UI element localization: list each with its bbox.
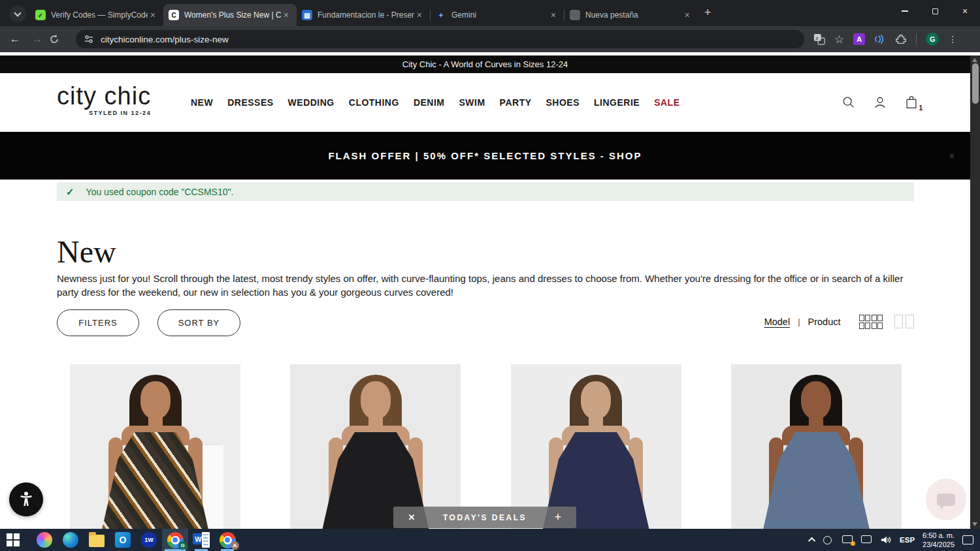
reload-button[interactable]: [48, 33, 71, 45]
nav-shoes[interactable]: SHOES: [546, 97, 580, 108]
audio-extension-icon[interactable]: [874, 34, 886, 44]
sort-by-button[interactable]: SORT BY: [157, 309, 240, 336]
deals-close-icon[interactable]: ✕: [393, 512, 430, 522]
logo-tagline: STYLED IN 12-24: [57, 110, 151, 116]
nav-party[interactable]: PARTY: [500, 97, 532, 108]
product-image-chambray-strap-dress[interactable]: [731, 364, 902, 529]
header-icons: 1: [841, 73, 919, 132]
bookmark-star-icon[interactable]: ☆: [834, 33, 844, 46]
forward-button[interactable]: →: [26, 33, 48, 46]
taskbar-chrome-profile-g[interactable]: G: [162, 529, 188, 551]
minimize-button[interactable]: [890, 0, 920, 22]
scrollbar-down-arrow-icon[interactable]: [972, 522, 977, 526]
site-header: city chic STYLED IN 12-24 NEW DRESSES WE…: [0, 73, 970, 132]
close-button[interactable]: ×: [950, 0, 980, 22]
nav-sale[interactable]: SALE: [654, 97, 679, 108]
nav-denim[interactable]: DENIM: [414, 97, 445, 108]
nav-clothing[interactable]: CLOTHING: [349, 97, 399, 108]
taskbar-copilot[interactable]: [31, 529, 57, 551]
nav-new[interactable]: NEW: [191, 97, 213, 108]
view-model-link[interactable]: Model: [764, 317, 791, 327]
flash-offer-banner[interactable]: FLASH OFFER | 50% OFF* SELECTED STYLES -…: [0, 132, 970, 180]
tab-presentation[interactable]: ▤ Fundamentacion le - Presentati ×: [297, 4, 430, 26]
product-image-one-shoulder-print-dress[interactable]: [70, 364, 240, 529]
tab-gemini[interactable]: ✦ Gemini ×: [431, 4, 564, 26]
network-icon[interactable]: [861, 535, 872, 544]
taskbar-outlook[interactable]: O: [110, 529, 136, 551]
url-text: citychiconline.com/plus-size-new: [101, 35, 229, 44]
cart-button[interactable]: 1: [904, 95, 919, 110]
deals-expand-icon[interactable]: +: [540, 511, 576, 524]
tab-citychic-active[interactable]: C Women's Plus Size New | City C ×: [163, 4, 297, 26]
page-description: Newness just for you! Scroll through the…: [57, 272, 914, 300]
back-button[interactable]: ←: [4, 33, 26, 46]
tab-title: Verify Codes — SimplyCodes: [51, 10, 148, 20]
page-scrollbar[interactable]: [970, 55, 980, 529]
view-product-link[interactable]: Product: [808, 317, 841, 327]
tray-app-icon[interactable]: [823, 535, 834, 544]
deals-label[interactable]: TODAY'S DEALS: [430, 513, 540, 522]
chat-widget-button[interactable]: [926, 479, 966, 520]
tray-expand-chevron-icon[interactable]: [808, 537, 815, 544]
filters-button[interactable]: FILTERS: [57, 309, 139, 336]
search-button[interactable]: [841, 95, 856, 110]
taskbar-word[interactable]: W: [188, 529, 214, 551]
tab-close-icon[interactable]: ×: [281, 10, 291, 20]
flash-offer-text: FLASH OFFER | 50% OFF* SELECTED STYLES -…: [328, 150, 642, 161]
date: 23/4/2025: [923, 540, 955, 549]
nav-lingerie[interactable]: LINGERIE: [594, 97, 640, 108]
nav-dresses[interactable]: DRESSES: [227, 97, 273, 108]
maximize-icon: [932, 8, 938, 14]
toolbar-icons: a ☆ A G ⋮: [813, 33, 957, 46]
scrollbar-thumb[interactable]: [972, 63, 979, 104]
newtab-favicon-icon: [570, 10, 580, 20]
tray-screenshare-icon[interactable]: [842, 535, 853, 544]
taskbar-1w-app[interactable]: 1W: [136, 529, 162, 551]
tab-new-tab-page[interactable]: Nueva pestaña ×: [564, 4, 698, 26]
account-button[interactable]: [873, 95, 887, 110]
scrollbar-up-arrow-icon[interactable]: [972, 58, 977, 62]
word-icon: W: [193, 532, 210, 548]
taskbar-chrome-profile-a[interactable]: A: [214, 529, 240, 551]
chevron-down-icon: [14, 9, 21, 16]
tab-title: Nueva pestaña: [585, 10, 682, 20]
tab-close-icon[interactable]: ×: [682, 10, 693, 20]
taskbar-file-explorer[interactable]: [84, 529, 110, 551]
address-bar[interactable]: citychiconline.com/plus-size-new: [76, 30, 804, 48]
large-view-icon[interactable]: [894, 315, 914, 328]
taskbar-edge[interactable]: [57, 529, 84, 551]
windows-logo-icon: [7, 533, 20, 546]
accessibility-widget-button[interactable]: [9, 482, 43, 516]
notification-center-icon[interactable]: [962, 535, 973, 544]
copilot-icon: [37, 532, 52, 548]
coupon-success-bar: ✓ You used coupon code "CCSMS10".: [57, 182, 914, 201]
volume-icon[interactable]: [880, 535, 892, 545]
maximize-button[interactable]: [920, 0, 950, 22]
translate-icon[interactable]: a: [813, 33, 825, 45]
tab-close-icon[interactable]: ×: [148, 10, 158, 20]
product-image-navy-frill-dress[interactable]: [511, 364, 681, 529]
profile-avatar[interactable]: G: [926, 33, 939, 46]
start-button[interactable]: [0, 529, 26, 551]
tab-simplycodes[interactable]: ✓ Verify Codes — SimplyCodes ×: [30, 4, 163, 26]
clock[interactable]: 6:50 a. m. 23/4/2025: [923, 531, 955, 550]
todays-deals-bar: ✕ TODAY'S DEALS +: [393, 507, 576, 528]
citychic-logo[interactable]: city chic STYLED IN 12-24: [57, 84, 151, 116]
language-indicator[interactable]: ESP: [900, 536, 915, 544]
new-tab-button[interactable]: +: [704, 6, 711, 20]
extension-a-icon[interactable]: A: [853, 33, 865, 45]
nav-wedding[interactable]: WEDDING: [288, 97, 335, 108]
view-toggle: Model | Product: [764, 315, 914, 329]
person-icon: [873, 95, 887, 110]
flash-banner-close-icon[interactable]: ×: [949, 151, 955, 161]
browser-menu-icon[interactable]: ⋮: [948, 34, 957, 44]
logo-text: city chic: [57, 84, 151, 108]
tab-close-icon[interactable]: ×: [414, 10, 425, 20]
tab-search-button[interactable]: [9, 5, 26, 22]
nav-swim[interactable]: SWIM: [459, 97, 485, 108]
extensions-puzzle-icon[interactable]: [895, 33, 907, 45]
product-image-black-shirred-dress[interactable]: [290, 364, 461, 529]
grid-view-icon[interactable]: [859, 315, 883, 329]
tab-title: Women's Plus Size New | City C: [184, 10, 281, 20]
tab-close-icon[interactable]: ×: [548, 10, 559, 20]
